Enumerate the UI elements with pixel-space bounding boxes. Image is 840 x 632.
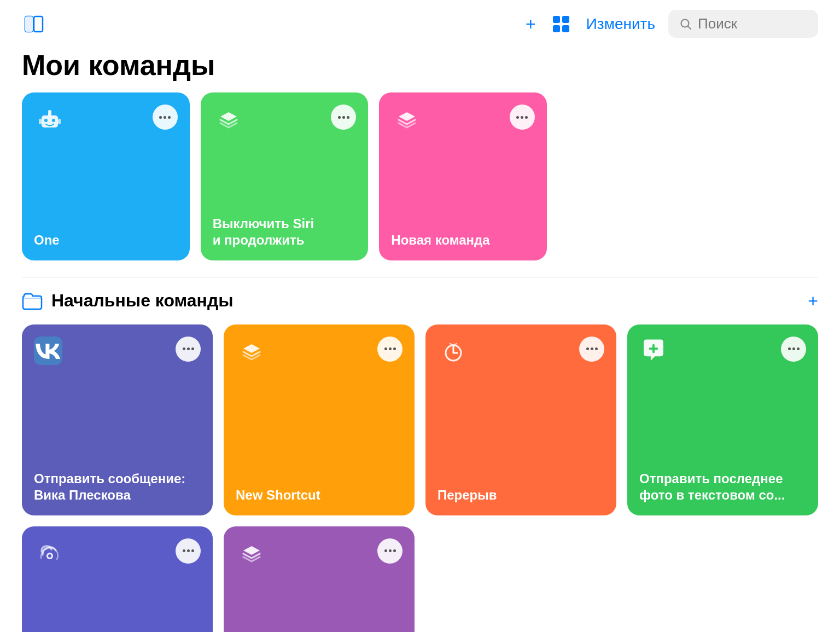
svg-rect-6 bbox=[562, 25, 569, 32]
card-top bbox=[639, 337, 806, 365]
card-top bbox=[236, 337, 402, 368]
folder-icon bbox=[22, 291, 43, 311]
svg-rect-4 bbox=[562, 16, 569, 23]
starter-shortcuts-section: Отправить сообщение: Вика Плескова bbox=[0, 324, 840, 632]
shortcut-card-what-shortcut[interactable]: Что такое быстрая команда? bbox=[224, 526, 415, 632]
card-top bbox=[213, 105, 357, 136]
robot-icon bbox=[34, 105, 66, 136]
page-title: Мои команды bbox=[0, 43, 840, 92]
search-input[interactable] bbox=[698, 15, 807, 32]
card-top bbox=[236, 538, 402, 570]
more-options-button[interactable] bbox=[176, 538, 201, 564]
svg-point-13 bbox=[48, 110, 51, 113]
shortcut-card-send-photo[interactable]: Отправить последнее фото в текстовом со.… bbox=[627, 324, 818, 515]
dots-icon bbox=[338, 116, 349, 119]
shortcut-label: Отправить сообщение: Вика Плескова bbox=[34, 471, 201, 503]
card-top bbox=[34, 538, 201, 570]
starter-section-header: Начальные команды + bbox=[0, 291, 840, 324]
shortcut-card-one[interactable]: One bbox=[22, 92, 190, 260]
shortcut-card-siri-off[interactable]: Выключить Siriи продолжить bbox=[201, 92, 369, 260]
shortcut-card-new-shortcut[interactable]: New Shortcut bbox=[224, 324, 415, 515]
search-icon bbox=[679, 18, 692, 31]
svg-point-18 bbox=[48, 554, 51, 558]
my-shortcuts-grid: One Выключить Siriи продолжить bbox=[22, 92, 547, 260]
my-shortcuts-section: One Выключить Siriи продолжить bbox=[0, 92, 840, 277]
more-options-button[interactable] bbox=[176, 337, 201, 362]
card-top bbox=[391, 105, 535, 136]
sidebar-toggle-button[interactable] bbox=[22, 12, 46, 36]
timer-icon bbox=[438, 337, 469, 368]
svg-point-10 bbox=[44, 119, 48, 122]
dots-icon bbox=[384, 347, 396, 350]
divider bbox=[22, 277, 818, 277]
search-bar bbox=[668, 10, 818, 38]
more-options-button[interactable] bbox=[510, 105, 535, 130]
shortcut-label: Новая команда bbox=[391, 232, 535, 248]
starter-section-title: Начальные команды bbox=[51, 291, 799, 311]
starter-add-button[interactable]: + bbox=[808, 292, 818, 310]
more-options-button[interactable] bbox=[377, 538, 402, 564]
dots-icon bbox=[788, 347, 800, 350]
card-top bbox=[34, 337, 201, 365]
svg-line-8 bbox=[688, 26, 691, 29]
dots-icon bbox=[586, 347, 598, 350]
shortcut-card-new-command[interactable]: Новая команда bbox=[379, 92, 547, 260]
dots-icon bbox=[384, 549, 396, 552]
layers-icon bbox=[236, 337, 267, 368]
shortcut-label: Отправить последнее фото в текстовом со.… bbox=[639, 471, 806, 503]
svg-rect-1 bbox=[34, 16, 43, 32]
dots-icon bbox=[183, 549, 194, 552]
vk-icon bbox=[34, 337, 62, 365]
layers-icon bbox=[213, 105, 244, 136]
shortcut-card-vk-send[interactable]: Отправить сообщение: Вика Плескова bbox=[22, 324, 213, 515]
shortcut-label: Перерыв bbox=[438, 487, 604, 503]
card-top bbox=[438, 337, 604, 368]
shortcut-card-shazam[interactable]: Быстрая команда Shazam bbox=[22, 526, 213, 632]
layers-icon bbox=[391, 105, 423, 136]
svg-point-11 bbox=[52, 119, 55, 122]
svg-rect-2 bbox=[25, 16, 33, 32]
grid-view-button[interactable] bbox=[549, 12, 573, 36]
dots-icon bbox=[183, 347, 194, 350]
shortcut-label: Выключить Siriи продолжить bbox=[213, 216, 357, 248]
svg-rect-3 bbox=[553, 16, 560, 23]
top-nav: + Изменить bbox=[0, 0, 840, 43]
svg-rect-14 bbox=[39, 119, 42, 124]
svg-rect-15 bbox=[58, 119, 61, 124]
more-options-button[interactable] bbox=[377, 337, 402, 362]
svg-rect-5 bbox=[553, 25, 560, 32]
add-shortcut-button[interactable]: + bbox=[526, 15, 536, 33]
plus-bubble-icon bbox=[639, 337, 668, 365]
dots-icon bbox=[516, 116, 528, 119]
shortcut-label: One bbox=[34, 232, 178, 248]
shazam-icon bbox=[34, 538, 66, 570]
starter-shortcuts-grid: Отправить сообщение: Вика Плескова bbox=[22, 324, 818, 632]
more-options-button[interactable] bbox=[153, 105, 178, 130]
more-options-button[interactable] bbox=[331, 105, 356, 130]
shortcut-label: New Shortcut bbox=[236, 487, 402, 503]
shortcut-card-break[interactable]: Перерыв bbox=[425, 324, 616, 515]
more-options-button[interactable] bbox=[579, 337, 604, 362]
more-options-button[interactable] bbox=[781, 337, 806, 362]
card-top bbox=[34, 105, 178, 136]
edit-button[interactable]: Изменить bbox=[586, 15, 655, 33]
dots-icon bbox=[159, 116, 171, 119]
layers-icon bbox=[236, 538, 267, 570]
